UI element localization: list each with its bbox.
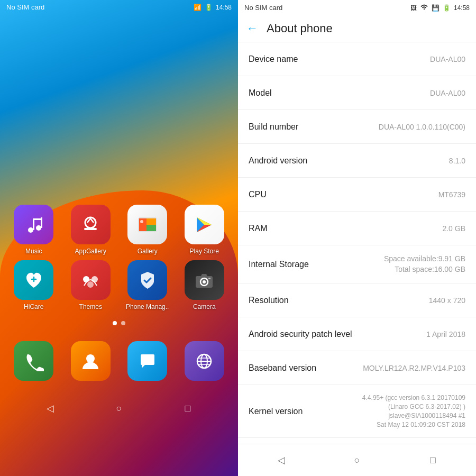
app-browser[interactable]	[179, 341, 231, 381]
resolution-item: Resolution 1440 x 720	[238, 283, 476, 317]
resolution-label: Resolution	[249, 296, 289, 305]
device-name-label: Device name	[249, 54, 298, 64]
dot-1	[113, 321, 117, 325]
nav-bar-right: ◁ ○ □	[238, 444, 476, 476]
app-hicare[interactable]: HiCare	[8, 260, 60, 310]
appgallery-icon	[71, 205, 111, 244]
music-icon	[14, 205, 53, 244]
storage-icon: 💾	[432, 4, 440, 12]
svg-point-12	[140, 220, 143, 223]
kernel-label: Kernel version	[249, 407, 303, 416]
kernel-value: 4.4.95+ (gcc version 6.3.1 20170109 (Lin…	[362, 393, 465, 429]
playstore-label: Play Store	[190, 248, 219, 255]
app-messages[interactable]	[122, 341, 173, 381]
ram-value: 2.0 GB	[442, 224, 465, 233]
svg-rect-11	[147, 225, 156, 231]
android-version-value: 8.1.0	[449, 157, 465, 165]
contacts-icon	[71, 341, 111, 381]
app-contacts[interactable]	[65, 341, 117, 381]
app-gallery[interactable]: Gallery	[122, 205, 173, 255]
svg-point-13	[83, 276, 89, 282]
app-camera[interactable]: Camera	[179, 260, 231, 310]
security-patch-value: 1 April 2018	[426, 330, 465, 338]
storage-item: Internal Storage Space available:9.91 GB…	[238, 245, 476, 283]
back-button-nav-right[interactable]: ◁	[271, 450, 292, 471]
svg-rect-6	[84, 228, 97, 230]
svg-point-18	[203, 280, 206, 283]
storage-label: Internal Storage	[249, 260, 309, 269]
back-button-left[interactable]: ◁	[40, 398, 61, 419]
cpu-item: CPU MT6739	[238, 178, 476, 212]
device-name-item: Device name DUA-AL00	[238, 42, 476, 76]
themes-icon	[71, 260, 111, 300]
app-grid-row1: Music AppGallery	[0, 194, 238, 316]
model-value: DUA-AL00	[430, 89, 465, 97]
baseband-label: Baseband version	[249, 363, 316, 373]
back-button-right[interactable]: ←	[246, 22, 258, 35]
cpu-label: CPU	[249, 190, 267, 199]
photo-icon: 🖼	[410, 4, 417, 12]
cpu-value: MT6739	[438, 190, 465, 199]
about-phone-title: About phone	[267, 22, 333, 35]
gallery-icon	[127, 205, 167, 244]
security-patch-label: Android security patch level	[249, 329, 352, 339]
battery-icon: 🔋	[205, 4, 213, 11]
phonemanager-icon	[127, 260, 167, 300]
app-themes[interactable]: Themes	[65, 260, 117, 310]
svg-rect-9	[139, 218, 147, 231]
home-button-nav-right[interactable]: ○	[346, 450, 368, 471]
build-number-label: Build number	[249, 122, 298, 132]
svg-rect-4	[33, 218, 42, 220]
home-button-left[interactable]: ○	[108, 398, 130, 419]
status-item[interactable]: Status Phone number, signal, etc. ›	[238, 438, 476, 444]
browser-icon	[185, 341, 224, 381]
android-version-label: Android version	[249, 156, 307, 166]
page-dots	[0, 321, 238, 325]
device-name-value: DUA-AL00	[430, 55, 465, 63]
dot-2	[121, 321, 125, 325]
about-header: ← About phone	[238, 15, 476, 42]
svg-rect-10	[147, 218, 156, 225]
ram-label: RAM	[249, 224, 268, 233]
battery-icon-right: 🔋	[443, 4, 451, 12]
resolution-value: 1440 x 720	[429, 296, 465, 305]
time-left: 14:58	[216, 4, 232, 11]
svg-point-20	[86, 354, 95, 363]
camera-icon	[185, 260, 224, 300]
camera-label: Camera	[193, 303, 216, 310]
phone-icon	[14, 341, 53, 381]
music-label: Music	[25, 248, 42, 255]
svg-point-0	[28, 227, 33, 233]
right-panel: No SIM card 🖼 💾 🔋 14:58 ← About phone De…	[238, 0, 476, 476]
svg-point-14	[91, 276, 98, 282]
recents-button-left[interactable]: □	[177, 398, 198, 419]
baseband-value: MOLY.LR12A.R2.MP.V14.P103	[363, 364, 465, 372]
svg-rect-2	[33, 218, 34, 230]
svg-point-1	[36, 225, 41, 231]
app-phone[interactable]	[8, 341, 60, 381]
build-number-item: Build number DUA-AL00 1.0.0.110(C00)	[238, 110, 476, 144]
playstore-icon	[185, 205, 224, 244]
status-bar-right: No SIM card 🖼 💾 🔋 14:58	[238, 0, 476, 15]
home-content: Music AppGallery	[0, 14, 238, 474]
status-icons-right: 🖼 💾 🔋 14:58	[410, 3, 470, 12]
app-phonemanager[interactable]: Phone Manag..	[122, 260, 173, 310]
appgallery-label: AppGallery	[75, 248, 106, 255]
hicare-label: HiCare	[24, 303, 43, 310]
themes-label: Themes	[79, 303, 102, 310]
ram-item: RAM 2.0 GB	[238, 212, 476, 245]
nav-bar-left: ◁ ○ □	[0, 392, 238, 424]
time-right: 14:58	[454, 4, 470, 12]
status-bar-left: No SIM card 📶 🔋 14:58	[0, 0, 238, 14]
hicare-icon	[14, 260, 53, 300]
status-icons-left: 📶 🔋 14:58	[194, 4, 232, 11]
sim-status-left: No SIM card	[6, 3, 44, 11]
recents-button-nav-right[interactable]: □	[422, 450, 443, 471]
messages-icon	[127, 341, 167, 381]
security-patch-item: Android security patch level 1 April 201…	[238, 317, 476, 351]
storage-value: Space available:9.91 GB Total space:16.0…	[384, 254, 465, 274]
kernel-item: Kernel version 4.4.95+ (gcc version 6.3.…	[238, 385, 476, 438]
app-playstore[interactable]: Play Store	[179, 205, 231, 255]
app-music[interactable]: Music	[8, 205, 60, 255]
app-appgallery[interactable]: AppGallery	[65, 205, 117, 255]
